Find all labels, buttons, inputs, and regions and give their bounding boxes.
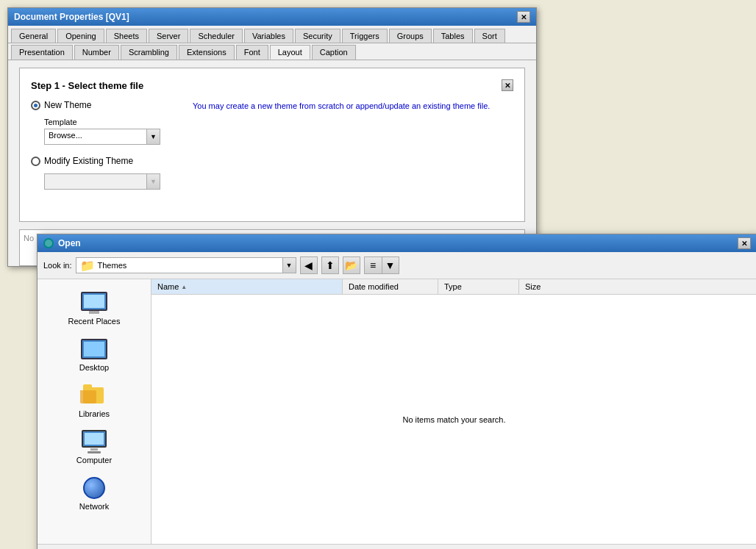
shared-label: No <box>24 234 34 262</box>
close-button[interactable]: ✕ <box>517 11 530 23</box>
tab-extensions[interactable]: Extensions <box>179 45 235 60</box>
tab-tables[interactable]: Tables <box>433 29 473 43</box>
tabs-row2: Presentation Number Scrambling Extension… <box>8 43 536 60</box>
computer-icon <box>79 428 109 454</box>
modify-theme-label: Modify Existing Theme <box>44 156 133 166</box>
modify-theme-radio[interactable] <box>31 157 40 166</box>
browse-input[interactable]: Browse... <box>44 129 147 145</box>
tab-groups[interactable]: Groups <box>389 29 432 43</box>
tab-presentation[interactable]: Presentation <box>11 45 73 60</box>
tab-security[interactable]: Security <box>295 29 340 43</box>
tab-caption[interactable]: Caption <box>312 45 356 60</box>
view-more-button[interactable]: ▼ <box>382 256 399 274</box>
look-in-arrow[interactable]: ▼ <box>283 257 296 273</box>
left-nav: Recent Places Desktop <box>38 279 151 544</box>
doc-properties-titlebar: Document Properties [QV1] ✕ <box>8 8 536 26</box>
nav-label-computer: Computer <box>76 456 112 464</box>
step-dialog: Step 1 - Select theme file ✕ New Theme T… <box>19 68 525 222</box>
recent-places-icon <box>79 290 109 315</box>
look-in-label: Look in: <box>43 261 72 270</box>
nav-label-recent-places: Recent Places <box>68 317 121 326</box>
look-in-dropdown: 📁 Themes ▼ <box>76 257 296 273</box>
open-dialog-close-button[interactable]: ✕ <box>738 237 751 249</box>
file-list-area: Name ▲ Date modified Type Size No items … <box>151 279 756 544</box>
tab-number[interactable]: Number <box>74 45 119 60</box>
step-description: You may create a new theme from scratch … <box>193 100 513 190</box>
tab-general[interactable]: General <box>11 29 56 43</box>
tabs-container: General Opening Sheets Server Scheduler … <box>8 26 536 60</box>
nav-item-computer[interactable]: Computer <box>46 424 142 469</box>
network-icon <box>79 475 109 500</box>
qv-icon <box>43 238 54 248</box>
nav-label-libraries: Libraries <box>79 409 110 418</box>
open-dialog-body: Recent Places Desktop <box>38 279 756 544</box>
open-dialog-bottom: File name: ▼ Open Files of type: QlikVie… <box>38 544 756 549</box>
tabs-row1: General Opening Sheets Server Scheduler … <box>8 26 536 43</box>
open-file-dialog: Open ✕ Look in: 📁 Themes ▼ ◀ ⬆ 📂 ≡ ▼ <box>37 234 756 549</box>
no-items-message: No items match your search. <box>403 415 506 424</box>
col-date-label: Date modified <box>349 282 399 291</box>
new-folder-button[interactable]: 📂 <box>343 256 360 274</box>
tab-scheduler[interactable]: Scheduler <box>190 29 243 43</box>
view-list-button[interactable]: ≡ <box>364 256 382 274</box>
file-list-header: Name ▲ Date modified Type Size <box>151 279 756 295</box>
doc-properties-title: Document Properties [QV1] <box>14 12 129 22</box>
nav-label-network: Network <box>79 502 109 511</box>
open-dialog-titlebar: Open ✕ <box>38 234 756 252</box>
look-in-input[interactable]: 📁 Themes <box>76 257 283 273</box>
tab-layout[interactable]: Layout <box>270 45 310 60</box>
tab-font[interactable]: Font <box>236 45 268 60</box>
up-folder-button[interactable]: ⬆ <box>321 256 339 274</box>
modify-theme-radio-row[interactable]: Modify Existing Theme <box>31 156 178 166</box>
browse-arrow[interactable]: ▼ <box>147 129 160 145</box>
look-in-value: Themes <box>98 261 127 270</box>
modify-input[interactable] <box>44 173 147 190</box>
document-properties-window: Document Properties [QV1] ✕ General Open… <box>7 7 537 267</box>
step-title-text: Step 1 - Select theme file <box>31 80 143 91</box>
col-type-label: Type <box>444 282 462 291</box>
modify-theme-option: Modify Existing Theme ▼ <box>31 156 178 190</box>
nav-item-desktop[interactable]: Desktop <box>46 331 142 376</box>
step-title-bar: Step 1 - Select theme file ✕ <box>31 79 513 91</box>
modify-dropdown: ▼ <box>44 173 178 190</box>
tab-variables[interactable]: Variables <box>244 29 293 43</box>
libraries-icon <box>79 382 109 408</box>
new-theme-option[interactable]: New Theme <box>31 100 178 110</box>
open-dialog-titlebar-buttons: ✕ <box>738 237 751 249</box>
new-theme-radio[interactable] <box>31 101 40 110</box>
file-list-content: No items match your search. <box>151 295 756 544</box>
tab-scrambling[interactable]: Scrambling <box>121 45 177 60</box>
new-theme-label: New Theme <box>44 100 91 110</box>
sort-arrow-name: ▲ <box>181 284 187 290</box>
titlebar-buttons: ✕ <box>517 11 530 23</box>
tab-triggers[interactable]: Triggers <box>342 29 388 43</box>
tab-sort[interactable]: Sort <box>474 29 505 43</box>
nav-item-recent-places[interactable]: Recent Places <box>46 285 142 330</box>
tab-opening[interactable]: Opening <box>57 29 104 43</box>
col-header-name[interactable]: Name ▲ <box>151 279 343 294</box>
folder-icon-small: 📁 <box>80 259 95 273</box>
step-content: New Theme Template Browse... ▼ Modify Ex… <box>31 100 513 190</box>
desktop-icon <box>79 336 109 362</box>
browse-dropdown: Browse... ▼ <box>44 129 178 145</box>
tab-server[interactable]: Server <box>149 29 188 43</box>
nav-item-network[interactable]: Network <box>46 470 142 515</box>
col-header-date[interactable]: Date modified <box>343 279 438 294</box>
step-dialog-close[interactable]: ✕ <box>502 79 513 91</box>
modify-arrow[interactable]: ▼ <box>147 173 160 190</box>
nav-item-libraries[interactable]: Libraries <box>46 378 142 423</box>
open-dialog-title: Open <box>58 238 81 248</box>
col-header-size[interactable]: Size <box>519 279 756 294</box>
browse-text: Browse... <box>49 131 82 140</box>
tab-sheets[interactable]: Sheets <box>106 29 147 43</box>
open-toolbar: Look in: 📁 Themes ▼ ◀ ⬆ 📂 ≡ ▼ <box>38 252 756 279</box>
back-button[interactable]: ◀ <box>300 256 318 274</box>
template-label: Template <box>44 118 178 126</box>
step-left-panel: New Theme Template Browse... ▼ Modify Ex… <box>31 100 178 190</box>
col-header-type[interactable]: Type <box>438 279 519 294</box>
nav-label-desktop: Desktop <box>79 363 109 372</box>
col-size-label: Size <box>525 282 541 291</box>
col-name-label: Name <box>157 282 179 291</box>
view-buttons: ≡ ▼ <box>364 256 399 274</box>
